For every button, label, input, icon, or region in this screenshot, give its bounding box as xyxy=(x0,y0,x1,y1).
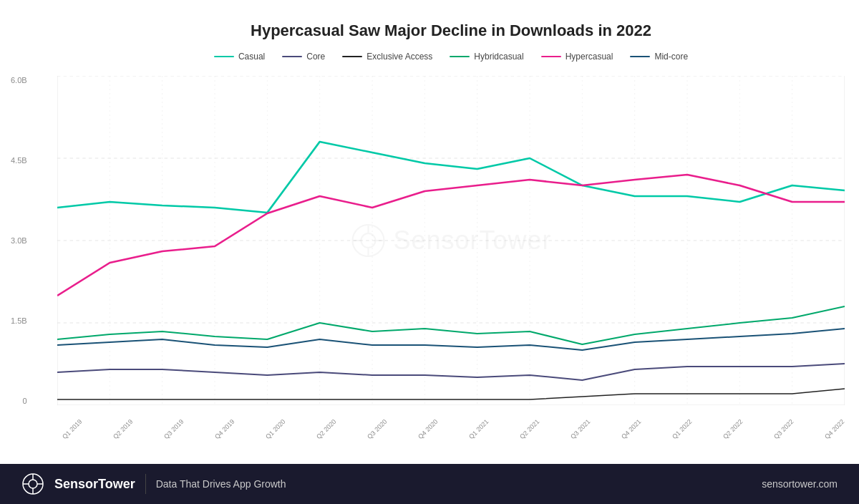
footer-divider xyxy=(145,474,146,494)
x-label-12: Q1 2022 xyxy=(671,418,693,440)
svg-point-28 xyxy=(29,480,37,488)
chart-container: Hypercasual Saw Major Decline in Downloa… xyxy=(0,0,859,464)
legend-item-hybridcasual: Hybridcasual xyxy=(450,52,523,62)
legend-label-exclusive: Exclusive Access xyxy=(367,52,432,62)
x-label-5: Q2 2020 xyxy=(315,418,337,440)
legend-item-core: Core xyxy=(282,52,325,62)
footer-brand: SensorTower xyxy=(54,477,135,492)
x-label-14: Q3 2022 xyxy=(772,418,795,440)
x-label-13: Q2 2022 xyxy=(722,418,744,440)
legend-line-exclusive xyxy=(342,56,362,57)
x-label-15: Q4 2022 xyxy=(824,418,846,440)
y-label-1.5B: 1.5B xyxy=(11,316,27,325)
y-label-3.0B: 3.0B xyxy=(11,236,27,245)
footer: SensorTower Data That Drives App Growth … xyxy=(0,464,859,504)
y-label-0: 0 xyxy=(23,397,27,405)
footer-url: sensortower.com xyxy=(762,478,838,490)
footer-logo-icon xyxy=(21,472,44,495)
legend-label-hybridcasual: Hybridcasual xyxy=(474,52,523,62)
legend-label-midcore: Mid-core xyxy=(654,52,688,62)
legend-item-hypercasual: Hypercasual xyxy=(541,52,613,62)
legend-label-core: Core xyxy=(306,52,325,62)
x-label-1: Q2 2019 xyxy=(112,418,134,440)
legend-line-hypercasual xyxy=(541,56,561,57)
footer-brand-suffix: Tower xyxy=(98,477,135,491)
x-label-7: Q4 2020 xyxy=(417,418,439,440)
legend-item-exclusive: Exclusive Access xyxy=(342,52,432,62)
x-label-10: Q3 2021 xyxy=(569,418,591,440)
x-label-11: Q4 2021 xyxy=(620,418,642,440)
svg-point-22 xyxy=(361,233,375,248)
x-label-0: Q1 2019 xyxy=(61,418,83,440)
footer-left: SensorTower Data That Drives App Growth xyxy=(21,472,286,495)
legend-item-midcore: Mid-core xyxy=(630,52,688,62)
legend-label-hypercasual: Hypercasual xyxy=(566,52,613,62)
legend-label-casual: Casual xyxy=(238,52,265,62)
footer-tagline: Data That Drives App Growth xyxy=(156,478,286,490)
chart-title: Hypercasual Saw Major Decline in Downloa… xyxy=(57,21,845,40)
x-label-3: Q4 2019 xyxy=(213,418,236,440)
x-label-6: Q3 2020 xyxy=(366,418,388,440)
x-label-2: Q3 2019 xyxy=(162,418,185,440)
x-label-9: Q2 2021 xyxy=(518,418,540,440)
y-axis: 6.0B4.5B3.0B1.5B0 xyxy=(11,76,27,405)
legend-item-casual: Casual xyxy=(214,52,265,62)
legend-line-midcore xyxy=(630,56,650,57)
legend-line-core xyxy=(282,56,302,57)
y-label-4.5B: 4.5B xyxy=(11,156,27,165)
y-label-6.0B: 6.0B xyxy=(11,76,27,84)
x-label-4: Q1 2020 xyxy=(264,418,286,440)
legend-line-hybridcasual xyxy=(450,56,470,57)
legend: CasualCoreExclusive AccessHybridcasualHy… xyxy=(57,52,845,62)
watermark: SensorTower xyxy=(350,223,551,258)
watermark-text: SensorTower xyxy=(393,226,551,256)
chart-area: 6.0B4.5B3.0B1.5B0 xyxy=(57,76,845,405)
x-label-8: Q1 2021 xyxy=(467,418,490,440)
x-axis: Q1 2019Q2 2019Q3 2019Q4 2019Q1 2020Q2 20… xyxy=(57,427,845,434)
footer-brand-prefix: Sensor xyxy=(54,477,98,491)
legend-line-casual xyxy=(214,56,234,57)
